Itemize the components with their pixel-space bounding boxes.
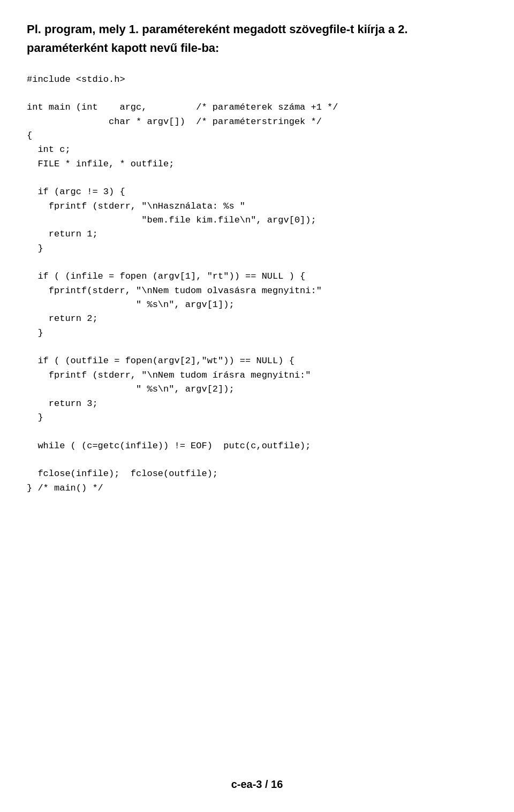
page-footer: c-ea-3 / 16 — [0, 778, 514, 791]
code-block: #include <stdio.h> int main (int argc, /… — [27, 73, 487, 495]
page-number: c-ea-3 / 16 — [231, 778, 283, 790]
page-header: Pl. program, mely 1. paramétereként mega… — [27, 21, 487, 57]
page-title-line1: Pl. program, mely 1. paramétereként mega… — [27, 21, 487, 38]
page-title-line2: paraméterként kapott nevű file-ba: — [27, 40, 487, 57]
